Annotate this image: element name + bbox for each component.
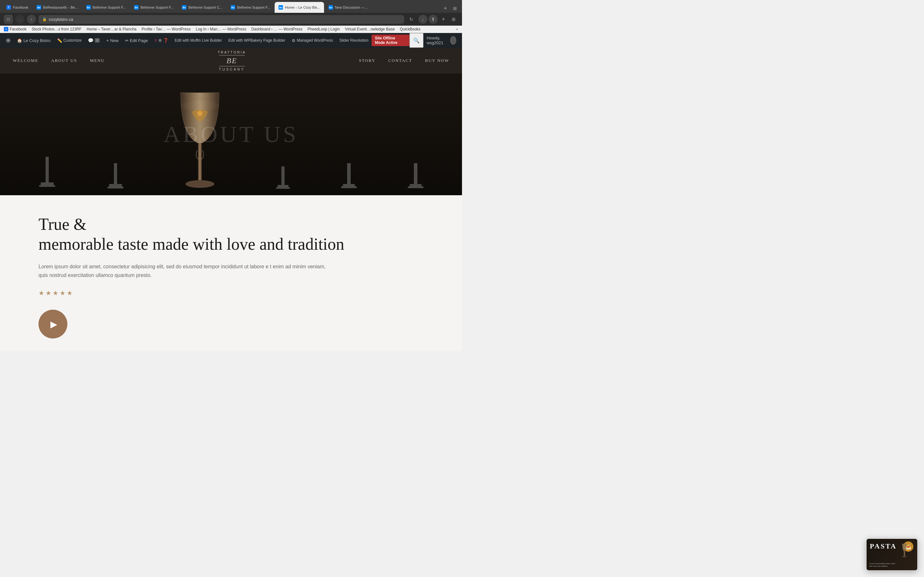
content-body-text: Lorem ipsum dolor sit amet, consectetur … <box>39 262 327 279</box>
lock-icon: 🔒 <box>42 17 47 21</box>
play-video-button[interactable]: ▶ <box>39 309 67 338</box>
tab-home-cozy[interactable]: BeHome – Le Cozy Bis... <box>275 2 324 13</box>
about-us-watermark-text: ABOUT US <box>164 121 299 148</box>
bookmark-item-8[interactable]: QuickBooks <box>400 27 420 31</box>
svg-rect-13 <box>347 163 351 184</box>
svg-rect-7 <box>198 144 202 182</box>
managed-wp-button[interactable]: ⚙ Managed WordPress <box>288 33 336 48</box>
svg-rect-15 <box>341 186 357 188</box>
silhouette-5 <box>407 163 425 195</box>
svg-rect-14 <box>343 184 355 186</box>
nav-welcome[interactable]: WELCOME <box>13 58 39 63</box>
tab-betheme-support4[interactable]: BeBetheme Support F... <box>227 2 274 13</box>
nav-contact[interactable]: CONTACT <box>388 58 412 63</box>
sidebar-toggle-button[interactable]: ⊡ <box>4 15 13 24</box>
logo-divider <box>219 55 245 55</box>
tab-betheme-support2[interactable]: BeBetheme Support F... <box>130 2 178 13</box>
content-section: True & memorable taste made with love an… <box>0 195 462 351</box>
wp-comments-button[interactable]: 💬 0 <box>85 33 103 48</box>
bookmark-item-7[interactable]: Virtual Event…owledge Base <box>345 27 395 31</box>
wp-search-button[interactable]: 🔍 <box>409 33 423 48</box>
wp-site-name[interactable]: 🏠 Le Cozy Bistro <box>14 33 54 48</box>
edit-label: Edit Page <box>130 38 148 43</box>
bookmark-item-2[interactable]: Home – Taver…ar & Plancha <box>87 27 136 31</box>
tab-favicon-home-cozy: Be <box>278 5 283 10</box>
comment-icon: 💬 <box>88 38 94 43</box>
wp-customize-button[interactable]: ✏️ Customize <box>54 33 85 48</box>
rating-row: ★ ★ ★ ★ ★ <box>39 289 423 297</box>
site-navigation: WELCOME ABOUT US MENU TRATTORIA BE TUSCA… <box>0 48 462 73</box>
nav-menu[interactable]: MENU <box>90 58 105 63</box>
star-2: ★ <box>45 289 51 297</box>
logo-divider2 <box>219 66 245 66</box>
tab-favicon-berestaurant: Be <box>37 5 41 10</box>
tabs-overview-button[interactable]: ⊞ <box>449 15 458 24</box>
bookmark-item-5[interactable]: Dashboard ‹ … — WordPress <box>251 27 302 31</box>
site-logo[interactable]: TRATTORIA BE TUSCANY <box>218 50 246 71</box>
hero-section: ABOUT US <box>0 73 462 195</box>
tab-betheme-support3[interactable]: BeBetheme Support C... <box>178 2 226 13</box>
tab-facebook[interactable]: fFacebook <box>3 2 32 13</box>
browser-frame: fFacebookBeBeRestaurant6 – Be...BeBethem… <box>0 0 462 33</box>
bookmark-item-0[interactable]: fFacebook <box>4 27 27 31</box>
bookmarks-more[interactable]: » <box>456 27 458 31</box>
comments-count: 0 <box>95 38 100 43</box>
play-icon: ▶ <box>50 319 57 330</box>
tab-bar: fFacebookBeBeRestaurant6 – Be...BeBethem… <box>0 0 462 13</box>
svg-rect-16 <box>414 163 417 184</box>
reload-button[interactable]: ↻ <box>407 15 416 24</box>
nav-about-us[interactable]: ABOUT US <box>51 58 77 63</box>
wp-edit-page-button[interactable]: ✏ Edit Page <box>122 33 151 48</box>
bookmark-item-6[interactable]: PheedLoop | Login <box>308 27 340 31</box>
bookmark-label-7: Virtual Event…owledge Base <box>345 27 395 31</box>
offline-mode-badge: Site Offline Mode Active <box>372 35 409 46</box>
tab-label-betheme-support1: Betheme Support F... <box>93 5 126 9</box>
silhouette-2 <box>106 163 125 195</box>
svg-rect-3 <box>114 163 117 184</box>
wpbakery-button[interactable]: Edit with WPBakery Page Builder <box>225 33 288 48</box>
svg-rect-4 <box>109 184 122 187</box>
svg-rect-1 <box>41 182 53 185</box>
tab-new-discussion[interactable]: BeNew Discussion —... <box>325 2 371 13</box>
new-icon: + <box>106 38 109 43</box>
nav-links-left: WELCOME ABOUT US MENU <box>13 58 105 63</box>
wp-logo-button[interactable]: ⊕ <box>3 33 14 48</box>
slider-label: Slider Revolution <box>339 38 368 43</box>
nav-buy-now[interactable]: BUY NOW <box>425 58 449 63</box>
wp-new-button[interactable]: + New <box>103 33 121 48</box>
tab-berestaurant[interactable]: BeBeRestaurant6 – Be... <box>33 2 81 13</box>
logo-line2: BE <box>226 56 237 65</box>
bookmark-item-1[interactable]: Stock Photos…s from 123RF <box>32 27 81 31</box>
bookmark-label-3: Profile ‹ Tav… — WordPress <box>142 27 191 31</box>
tab-favicon-new-discussion: Be <box>328 5 333 10</box>
tab-grid-button[interactable]: ⊞ <box>451 4 459 13</box>
svg-rect-2 <box>39 185 55 187</box>
muffin-builder-button[interactable]: Edit with Muffin Live Builder <box>172 33 225 48</box>
wpbakery-label: Edit with WPBakery Page Builder <box>228 38 285 43</box>
nav-story[interactable]: STORY <box>359 58 376 63</box>
bookmark-label-6: PheedLoop | Login <box>308 27 340 31</box>
howdy-menu[interactable]: Howdy, wsg2021 <box>423 33 459 48</box>
add-tab-button[interactable]: + <box>441 4 450 13</box>
wp-yoast-button[interactable]: Y ❓ <box>151 33 172 48</box>
tab-favicon-betheme-support3: Be <box>182 5 186 10</box>
bookmark-label-4: Log In ‹ Man… — WordPress <box>196 27 246 31</box>
download-button[interactable]: ↓ <box>418 15 427 24</box>
tab-betheme-support1[interactable]: BeBetheme Support F... <box>82 2 129 13</box>
logo-line1: TRATTORIA <box>218 50 246 54</box>
silhouette-1 <box>37 157 57 195</box>
tab-favicon-facebook: f <box>6 5 11 10</box>
tab-label-berestaurant: BeRestaurant6 – Be... <box>43 5 78 9</box>
url-text: cozybistro.ca <box>49 17 73 22</box>
bookmark-item-3[interactable]: Profile ‹ Tav… — WordPress <box>142 27 191 31</box>
share-button[interactable]: ⬆ <box>429 15 438 24</box>
bookmark-item-4[interactable]: Log In ‹ Man… — WordPress <box>196 27 246 31</box>
forward-button[interactable]: › <box>27 15 36 24</box>
logo-line3: TUSCANY <box>219 67 245 71</box>
svg-rect-10 <box>281 166 284 185</box>
star-1: ★ <box>39 289 44 297</box>
back-button[interactable]: ‹ <box>15 15 24 24</box>
tab-label-new-discussion: New Discussion —... <box>335 5 367 9</box>
new-tab-button2[interactable]: + <box>439 15 448 24</box>
slider-revolution-button[interactable]: Slider Revolution <box>336 33 372 48</box>
